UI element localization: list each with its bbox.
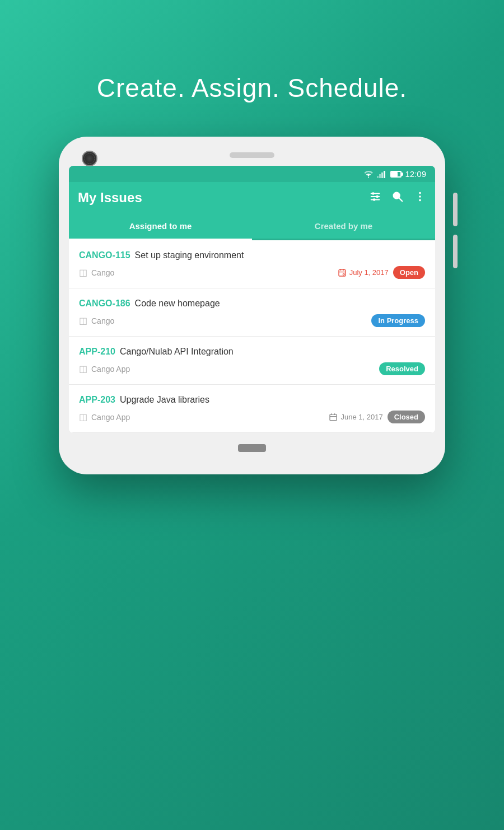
phone-shell: 12:09 My Issues xyxy=(59,137,445,474)
project-icon: ◫ xyxy=(79,267,87,278)
issue-date: July 1, 2017 xyxy=(338,268,389,277)
issue-right: In Progress xyxy=(371,314,425,327)
issue-title-row: APP-210 Cango/Nulab API Integration xyxy=(79,347,425,357)
battery-icon xyxy=(390,171,402,178)
project-name: Cango xyxy=(91,268,114,277)
more-icon[interactable] xyxy=(414,190,426,206)
issue-right: Resolved xyxy=(379,362,425,375)
issue-title-row: CANGO-186 Code new homepage xyxy=(79,299,425,309)
svg-rect-15 xyxy=(339,269,346,276)
svg-point-12 xyxy=(419,192,421,194)
svg-point-14 xyxy=(419,199,421,201)
project-icon: ◫ xyxy=(79,412,87,422)
issue-item-cango-115[interactable]: CANGO-115 Set up staging environment ◫ C… xyxy=(69,240,435,288)
issue-right: July 1, 2017 Open xyxy=(338,266,425,279)
issue-date-text: June 1, 2017 xyxy=(340,413,382,421)
issue-id: CANGO-186 xyxy=(79,299,130,309)
issue-date-text: July 1, 2017 xyxy=(349,268,389,277)
svg-rect-3 xyxy=(384,171,385,178)
svg-point-13 xyxy=(419,195,421,198)
issue-project: ◫ Cango xyxy=(79,267,114,278)
issue-title: Cango/Nulab API Integration xyxy=(120,347,234,357)
project-name: Cango App xyxy=(91,365,130,374)
phone-speaker xyxy=(230,152,274,158)
tab-created-by-me[interactable]: Created by me xyxy=(252,213,435,239)
phone-screen: 12:09 My Issues xyxy=(69,166,435,433)
svg-rect-0 xyxy=(377,176,379,178)
project-icon: ◫ xyxy=(79,315,87,326)
phone-camera xyxy=(85,153,95,164)
app-bar-actions xyxy=(369,190,426,206)
calendar-icon xyxy=(338,268,347,277)
issue-title: Set up staging environment xyxy=(135,250,244,260)
project-name: Cango xyxy=(91,316,114,325)
issue-title-row: APP-203 Upgrade Java libraries xyxy=(79,395,425,405)
svg-rect-2 xyxy=(381,172,383,178)
svg-point-7 xyxy=(372,192,375,195)
vol-bar xyxy=(453,193,458,226)
wifi-icon xyxy=(363,170,374,178)
issue-meta-row: ◫ Cango App June 1, 2017 xyxy=(79,411,425,423)
tab-assigned-to-me[interactable]: Assigned to me xyxy=(69,213,252,239)
svg-point-9 xyxy=(373,198,376,201)
issue-item-app-210[interactable]: APP-210 Cango/Nulab API Integration ◫ Ca… xyxy=(69,337,435,385)
issue-meta-row: ◫ Cango In Progress xyxy=(79,314,425,327)
tabs-bar: Assigned to me Created by me xyxy=(69,213,435,240)
phone-bottom xyxy=(69,433,435,452)
issue-date: June 1, 2017 xyxy=(329,413,382,422)
status-badge: Closed xyxy=(388,411,425,423)
status-icons: 12:09 xyxy=(363,169,426,179)
project-icon: ◫ xyxy=(79,363,87,374)
issue-title-row: CANGO-115 Set up staging environment xyxy=(79,250,425,260)
issue-id: APP-203 xyxy=(79,395,115,405)
issue-meta-row: ◫ Cango xyxy=(79,266,425,279)
issue-title: Code new homepage xyxy=(135,299,220,309)
phone-home-btn[interactable] xyxy=(238,444,266,452)
issue-item-cango-186[interactable]: CANGO-186 Code new homepage ◫ Cango In P… xyxy=(69,288,435,337)
battery-fill xyxy=(391,172,397,176)
app-title: My Issues xyxy=(78,190,142,206)
svg-line-11 xyxy=(399,198,403,201)
status-badge: Resolved xyxy=(379,362,425,375)
headline: Create. Assign. Schedule. xyxy=(97,73,407,103)
filter-icon[interactable] xyxy=(369,190,381,206)
status-time: 12:09 xyxy=(405,169,426,179)
project-name: Cango App xyxy=(91,413,130,422)
svg-point-8 xyxy=(376,195,379,198)
app-bar: My Issues xyxy=(69,182,435,213)
vol-bar2 xyxy=(453,235,458,268)
calendar-icon xyxy=(329,413,338,422)
svg-rect-22 xyxy=(330,414,337,420)
issue-item-app-203[interactable]: APP-203 Upgrade Java libraries ◫ Cango A… xyxy=(69,385,435,433)
status-badge: In Progress xyxy=(371,314,425,327)
svg-rect-1 xyxy=(379,174,381,178)
phone-top-bar xyxy=(69,147,435,166)
issue-id: CANGO-115 xyxy=(79,250,130,260)
issue-title: Upgrade Java libraries xyxy=(120,395,209,405)
search-icon[interactable] xyxy=(391,190,404,206)
issue-id: APP-210 xyxy=(79,347,115,357)
issue-project: ◫ Cango App xyxy=(79,412,130,422)
issue-project: ◫ Cango App xyxy=(79,363,130,374)
status-badge: Open xyxy=(393,266,425,279)
issue-meta-row: ◫ Cango App Resolved xyxy=(79,362,425,375)
issue-project: ◫ Cango xyxy=(79,315,114,326)
issue-list: CANGO-115 Set up staging environment ◫ C… xyxy=(69,240,435,433)
signal-icon xyxy=(377,170,387,178)
status-bar: 12:09 xyxy=(69,166,435,182)
issue-right: June 1, 2017 Closed xyxy=(329,411,425,423)
